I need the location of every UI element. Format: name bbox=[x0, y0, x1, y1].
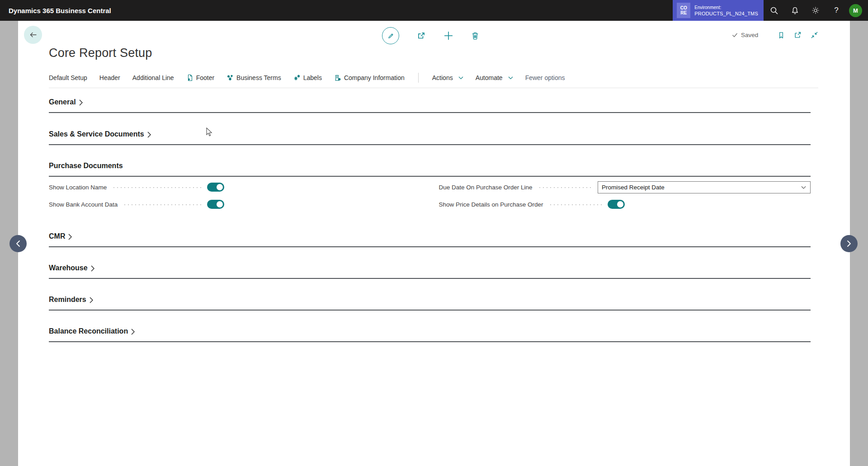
gear-icon bbox=[811, 6, 820, 15]
toggle-knob bbox=[617, 201, 623, 207]
menu-divider bbox=[418, 73, 419, 83]
dotted-leader bbox=[112, 187, 203, 188]
collapse-button[interactable] bbox=[810, 31, 819, 39]
show-price-details-toggle[interactable] bbox=[608, 200, 625, 209]
chevron-down-icon bbox=[458, 76, 463, 80]
section-reminders-header[interactable]: Reminders bbox=[49, 295, 811, 311]
delete-button[interactable] bbox=[471, 31, 480, 40]
field-show-bank-account-data: Show Bank Account Data bbox=[49, 196, 224, 213]
menu-item-default-setup[interactable]: Default Setup bbox=[49, 74, 87, 81]
purchase-fields-left: Show Location Name Show Bank Account Dat… bbox=[49, 179, 430, 213]
next-record-button[interactable] bbox=[840, 235, 858, 252]
menu-item-company-information[interactable]: Company Information bbox=[334, 74, 405, 81]
open-in-window-button[interactable] bbox=[793, 31, 802, 39]
page-card: Saved Core Report Setup Default Setup He… bbox=[18, 21, 850, 466]
fewer-options-link[interactable]: Fewer options bbox=[525, 74, 565, 81]
menu-item-footer[interactable]: Footer bbox=[186, 74, 214, 81]
purchase-fields: Show Location Name Show Bank Account Dat… bbox=[49, 179, 811, 213]
dotted-leader bbox=[549, 204, 603, 206]
labels-icon bbox=[293, 74, 301, 81]
pencil-icon bbox=[387, 32, 395, 40]
top-bar: Dynamics 365 Business Central CO RE Envi… bbox=[0, 0, 868, 21]
show-bank-account-data-toggle[interactable] bbox=[207, 200, 224, 209]
menu-item-labels[interactable]: Labels bbox=[293, 74, 322, 81]
section-general-header[interactable]: General bbox=[49, 97, 811, 113]
section-warehouse: Warehouse bbox=[49, 263, 811, 279]
section-sales-service: Sales & Service Documents bbox=[49, 129, 811, 145]
purchase-fields-right: Due Date On Purchase Order Line Promised… bbox=[430, 179, 811, 213]
saved-check-icon bbox=[731, 32, 738, 38]
environment-tag-bottom: RE bbox=[680, 10, 687, 15]
search-icon bbox=[770, 6, 778, 15]
back-button[interactable] bbox=[24, 26, 42, 44]
section-balance-reconciliation: Balance Reconciliation bbox=[49, 326, 811, 342]
back-arrow-icon bbox=[29, 31, 38, 38]
collapse-icon bbox=[810, 31, 819, 39]
section-purchase-documents: Purchase Documents Show Location Name Sh… bbox=[49, 161, 811, 213]
page-content: General Sales & Service Documents Purcha… bbox=[49, 88, 811, 342]
chevron-right-icon bbox=[68, 234, 72, 240]
show-location-name-toggle[interactable] bbox=[207, 183, 224, 192]
chevron-down-icon bbox=[508, 76, 513, 80]
section-sales-service-header[interactable]: Sales & Service Documents bbox=[49, 129, 811, 145]
bookmark-button[interactable] bbox=[777, 31, 785, 39]
plus-icon bbox=[443, 31, 453, 41]
due-date-select-value: Promised Receipt Date bbox=[602, 184, 665, 191]
company-information-icon bbox=[334, 74, 341, 81]
avatar-initial: M bbox=[853, 7, 858, 14]
search-button[interactable] bbox=[764, 0, 784, 21]
footer-report-icon bbox=[186, 74, 193, 81]
business-terms-icon bbox=[226, 74, 234, 81]
chevron-right-icon bbox=[847, 240, 851, 247]
page-toolbar bbox=[382, 27, 480, 45]
menu-item-additional-line[interactable]: Additional Line bbox=[132, 74, 174, 81]
environment-badge[interactable]: CO RE Environment: PRODUCTS_PL_N24_TMS bbox=[673, 0, 764, 21]
field-due-date-on-purchase-order-line: Due Date On Purchase Order Line Promised… bbox=[439, 179, 811, 196]
dotted-leader bbox=[123, 204, 203, 206]
environment-name: PRODUCTS_PL_N24_TMS bbox=[694, 10, 758, 17]
menu-item-business-terms[interactable]: Business Terms bbox=[226, 74, 281, 81]
section-warehouse-header[interactable]: Warehouse bbox=[49, 263, 811, 279]
menu-actions[interactable]: Actions bbox=[432, 74, 463, 81]
chevron-right-icon bbox=[79, 99, 83, 106]
previous-record-button[interactable] bbox=[9, 235, 27, 252]
new-button[interactable] bbox=[443, 31, 453, 41]
due-date-select[interactable]: Promised Receipt Date bbox=[598, 181, 811, 193]
section-reminders: Reminders bbox=[49, 295, 811, 311]
environment-label: Environment: bbox=[694, 5, 758, 10]
saved-status: Saved bbox=[741, 32, 758, 38]
page-title: Core Report Setup bbox=[49, 46, 152, 60]
environment-tag-top: CO bbox=[680, 5, 687, 10]
field-show-price-details: Show Price Details on Purchase Order bbox=[439, 196, 811, 213]
menu-automate[interactable]: Automate bbox=[476, 74, 513, 81]
avatar[interactable]: M bbox=[849, 4, 862, 17]
field-show-location-name: Show Location Name bbox=[49, 179, 224, 196]
toggle-knob bbox=[217, 184, 223, 190]
chevron-down-icon bbox=[801, 186, 806, 189]
bell-icon bbox=[791, 6, 799, 15]
page-status-cluster: Saved bbox=[731, 31, 819, 39]
environment-tag: CO RE bbox=[677, 3, 690, 18]
section-purchase-documents-header[interactable]: Purchase Documents bbox=[49, 161, 811, 177]
trash-icon bbox=[471, 31, 480, 40]
help-icon: ? bbox=[834, 6, 838, 15]
share-icon bbox=[416, 31, 426, 41]
dotted-leader bbox=[538, 187, 593, 188]
edit-button[interactable] bbox=[382, 27, 399, 44]
app-title[interactable]: Dynamics 365 Business Central bbox=[0, 7, 111, 14]
action-menu-bar: Default Setup Header Additional Line Foo… bbox=[49, 68, 818, 88]
section-balance-reconciliation-header[interactable]: Balance Reconciliation bbox=[49, 326, 811, 342]
notifications-button[interactable] bbox=[784, 0, 805, 21]
settings-button[interactable] bbox=[805, 0, 826, 21]
open-in-window-icon bbox=[793, 31, 802, 39]
menu-item-header[interactable]: Header bbox=[99, 74, 120, 81]
help-button[interactable]: ? bbox=[826, 0, 847, 21]
chevron-left-icon bbox=[16, 240, 20, 247]
toggle-knob bbox=[217, 201, 223, 207]
chevron-right-icon bbox=[147, 132, 151, 138]
section-cmr-header[interactable]: CMR bbox=[49, 231, 811, 247]
share-button[interactable] bbox=[416, 31, 426, 41]
bookmark-icon bbox=[777, 31, 785, 39]
chevron-right-icon bbox=[91, 265, 94, 272]
section-cmr: CMR bbox=[49, 231, 811, 247]
